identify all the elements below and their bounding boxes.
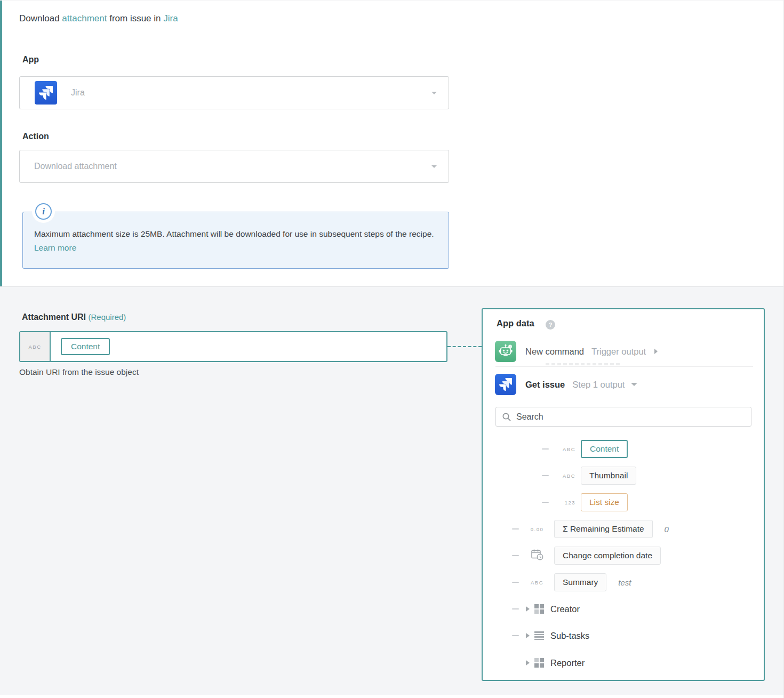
step-title-app-link[interactable]: Jira bbox=[163, 13, 178, 23]
source-output-label: Trigger output bbox=[591, 347, 646, 357]
app-field-label: App bbox=[22, 55, 39, 65]
type-label-abc: ABC bbox=[531, 580, 543, 585]
expand-arrow-icon[interactable] bbox=[526, 660, 530, 665]
expand-arrow-icon[interactable] bbox=[526, 633, 530, 638]
chevron-right-icon[interactable] bbox=[654, 349, 658, 354]
info-banner: Maximum attachment size is 25MB. Attachm… bbox=[22, 212, 449, 269]
jira-app-icon bbox=[35, 81, 57, 105]
sample-value: 0 bbox=[665, 525, 669, 534]
type-label-123: 123 bbox=[554, 500, 575, 506]
source-name: Get issue bbox=[525, 380, 565, 390]
search-icon bbox=[502, 412, 511, 424]
tree-dash bbox=[542, 475, 549, 476]
datapill-thumbnail[interactable]: Thumbnail bbox=[581, 467, 636, 485]
chevron-down-icon bbox=[431, 165, 437, 168]
tree-row-change-completion-date: Change completion date bbox=[512, 547, 661, 565]
content-datapill-token[interactable]: Content bbox=[61, 338, 110, 355]
attachment-uri-helper: Obtain URI from the issue object bbox=[19, 367, 139, 377]
tree-row-sub-tasks: Sub-tasks bbox=[512, 627, 589, 645]
tree-row-content: ABC Content bbox=[542, 440, 628, 458]
jira-step-icon bbox=[495, 374, 516, 395]
tree-dash bbox=[512, 528, 519, 529]
calendar-icon bbox=[531, 548, 544, 563]
tree-node-label[interactable]: Reporter bbox=[550, 658, 585, 668]
source-row-new-command[interactable]: ! New command Trigger output bbox=[495, 341, 658, 362]
chevron-down-icon bbox=[631, 383, 637, 386]
step-title-text: from issue in bbox=[107, 13, 163, 23]
tree-dash bbox=[512, 635, 519, 636]
attachment-uri-label-text: Attachment URI bbox=[22, 312, 86, 322]
source-name: New command bbox=[525, 347, 584, 357]
tree-node-label[interactable]: Sub-tasks bbox=[550, 631, 589, 641]
source-output-selector[interactable]: Step 1 output bbox=[572, 380, 625, 390]
action-field-label: Action bbox=[22, 132, 49, 141]
learn-more-link[interactable]: Learn more bbox=[34, 243, 76, 252]
tree-row-reporter: Reporter bbox=[512, 654, 585, 672]
info-banner-text: Maximum attachment size is 25MB. Attachm… bbox=[34, 229, 434, 238]
datapill-connector-line bbox=[447, 346, 482, 347]
expand-arrow-icon[interactable] bbox=[526, 606, 530, 612]
search-box bbox=[495, 407, 751, 427]
app-data-title: App data bbox=[497, 318, 534, 328]
datapill-list-size[interactable]: List size bbox=[581, 493, 628, 511]
tree-dash bbox=[512, 608, 519, 609]
tree-row-remaining-estimate: 0.00 Σ Remaining Estimate 0 bbox=[512, 520, 669, 538]
tree-dash bbox=[542, 448, 549, 450]
datapill-change-completion-date[interactable]: Change completion date bbox=[554, 547, 661, 565]
tree-dash bbox=[542, 502, 549, 503]
type-label-abc: ABC bbox=[554, 473, 575, 479]
attachment-uri-label: Attachment URI (Required) bbox=[22, 312, 126, 322]
clipped-text-remnant bbox=[546, 363, 620, 365]
list-icon bbox=[534, 631, 544, 640]
tree-row-thumbnail: ABC Thumbnail bbox=[542, 467, 636, 485]
app-data-panel: App data ? ! New command bbox=[482, 308, 765, 681]
workbot-icon: ! bbox=[495, 341, 516, 362]
step-title-attachment-link[interactable]: attachment bbox=[62, 13, 107, 23]
required-tag: (Required) bbox=[88, 312, 126, 322]
sample-value: test bbox=[618, 578, 631, 587]
field-type-badge: ABC bbox=[20, 332, 51, 361]
attachment-uri-input[interactable]: ABC Content bbox=[19, 331, 447, 362]
divider bbox=[495, 366, 753, 367]
tree-node-label[interactable]: Creator bbox=[550, 604, 580, 614]
source-row-get-issue[interactable]: Get issue Step 1 output bbox=[495, 374, 637, 395]
info-icon: i bbox=[35, 203, 52, 220]
app-select[interactable]: Jira bbox=[19, 76, 449, 109]
help-icon[interactable]: ? bbox=[546, 320, 555, 330]
tree-row-summary: ABC Summary test bbox=[512, 573, 631, 591]
recipe-step-editor: Download attachment from issue in Jira A… bbox=[0, 0, 784, 698]
step-title-text: Download bbox=[19, 13, 62, 23]
datapill-content[interactable]: Content bbox=[581, 440, 628, 458]
tree-row-creator: Creator bbox=[512, 600, 580, 618]
object-icon bbox=[534, 604, 544, 614]
tree-dash bbox=[512, 582, 519, 583]
action-select-value: Download attachment bbox=[34, 162, 117, 171]
object-icon bbox=[534, 658, 544, 668]
tree-dash bbox=[512, 555, 519, 556]
app-select-value: Jira bbox=[71, 88, 85, 98]
step-title: Download attachment from issue in Jira bbox=[19, 13, 178, 24]
datapill-summary[interactable]: Summary bbox=[554, 573, 606, 591]
tree-row-list-size: 123 List size bbox=[542, 493, 628, 511]
type-label-number: 0.00 bbox=[531, 526, 544, 532]
search-input[interactable] bbox=[496, 407, 751, 426]
chevron-down-icon bbox=[431, 92, 437, 94]
page-bottom-strip bbox=[0, 695, 784, 698]
type-label-abc: ABC bbox=[554, 446, 575, 452]
datapill-remaining-estimate[interactable]: Σ Remaining Estimate bbox=[554, 520, 653, 538]
action-select[interactable]: Download attachment bbox=[19, 150, 449, 183]
